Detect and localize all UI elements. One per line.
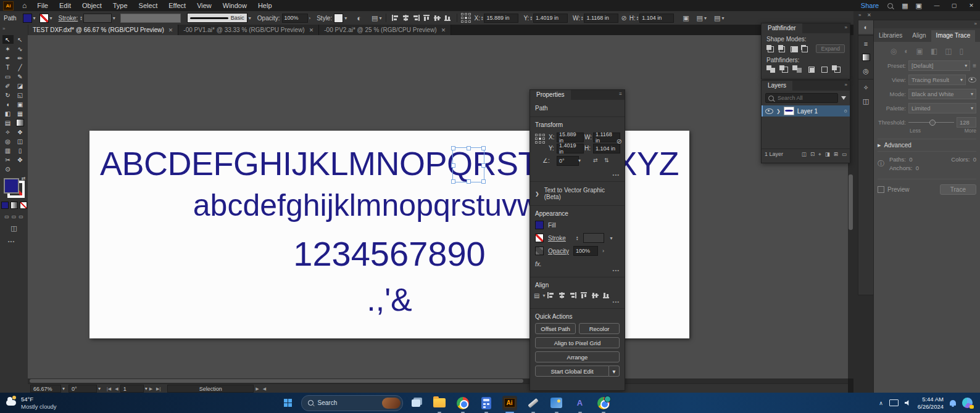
selection-handle[interactable] <box>451 163 455 168</box>
align-bottom-icon[interactable] <box>444 14 452 22</box>
scale-tool[interactable]: ◱ <box>15 91 26 99</box>
tab-pathfinder[interactable]: Pathfinder <box>762 23 802 33</box>
document-tab-1[interactable]: TEST DXF.dxf* @ 66.67 % (RGB/CPU Preview… <box>28 25 178 35</box>
menu-edit[interactable]: Edit <box>54 2 77 9</box>
rotate-tool[interactable]: ↻ <box>2 91 14 99</box>
symbols-panel-icon[interactable]: ◫ <box>858 94 873 108</box>
align-more-options[interactable]: ••• <box>530 299 625 305</box>
symbols-tool[interactable]: ◫ <box>15 137 26 145</box>
eraser-tool[interactable]: ◪ <box>15 81 26 90</box>
align-to-pixel-grid-button[interactable]: Align to Pixel Grid <box>535 337 620 348</box>
autocad-icon[interactable]: A <box>573 396 588 411</box>
clock-widget[interactable]: 5:44 AM 6/26/2024 <box>918 396 944 411</box>
align-left-icon[interactable] <box>391 14 399 22</box>
menu-effect[interactable]: Effect <box>163 2 191 9</box>
stroke-panel-link[interactable]: Stroke: <box>59 15 78 22</box>
shaper-tool[interactable]: ✐ <box>2 81 14 90</box>
align-h-center-icon[interactable] <box>402 14 410 22</box>
align-right-icon[interactable] <box>569 292 577 299</box>
curvature-tool[interactable]: ✏ <box>15 54 26 62</box>
divide-icon[interactable] <box>766 65 775 73</box>
effects-fx-button[interactable]: fx. <box>530 256 625 268</box>
draw-behind-icon[interactable]: ▭ <box>12 214 17 219</box>
selection-handle[interactable] <box>481 163 486 168</box>
free-transform-tool[interactable]: ▣ <box>15 100 26 108</box>
merge-icon[interactable] <box>792 65 801 73</box>
global-edit-options-icon[interactable]: ▾ <box>609 366 620 377</box>
layer-target-icon[interactable]: ○ <box>844 108 847 114</box>
trim-icon[interactable] <box>779 65 788 73</box>
transform-icon[interactable]: ▣ <box>683 14 689 22</box>
y-field[interactable]: 1.4019 in <box>533 14 568 23</box>
clipping-mask-icon[interactable]: ◫ <box>802 151 807 157</box>
selection-tool[interactable]: ↖ <box>2 35 14 44</box>
x-stepper[interactable]: ▴▾ <box>481 15 483 20</box>
shape-builder-tool[interactable]: ◧ <box>2 109 14 118</box>
none-mode-button[interactable] <box>20 202 27 209</box>
arrange-documents-icon[interactable]: ▣ <box>916 2 922 10</box>
appearance-more-options[interactable]: ••• <box>530 268 625 273</box>
document-tab-3[interactable]: -00 PV2.ai* @ 25 % (RGB/CPU Preview) ✕ <box>319 25 451 35</box>
filter-icon[interactable] <box>841 96 846 100</box>
weather-widget[interactable]: 54°F Mostly cloudy <box>6 396 57 411</box>
opacity-label[interactable]: Opacity: <box>257 15 280 22</box>
delete-layer-icon[interactable]: ▭ <box>842 151 847 157</box>
screen-mode-icon[interactable]: ◫ <box>0 224 28 232</box>
stroke-weight-field[interactable] <box>83 14 112 23</box>
menu-file[interactable]: File <box>31 2 54 9</box>
panel-menu-icon[interactable]: ≡ <box>619 91 622 97</box>
horizontal-scrollbar[interactable] <box>28 378 848 383</box>
transform-x-field[interactable]: 15.889 in <box>557 133 584 142</box>
menu-object[interactable]: Object <box>77 2 107 9</box>
minus-front-icon[interactable] <box>778 45 786 52</box>
chevron-down-icon[interactable]: ▾ <box>721 15 724 21</box>
h-stepper[interactable]: ▴▾ <box>637 15 639 20</box>
layer-visibility-icon[interactable] <box>765 108 773 114</box>
appearance-panel-icon[interactable]: ✧ <box>858 81 873 94</box>
tab-properties[interactable]: Properties <box>530 90 571 100</box>
layer-row[interactable]: ❯ Layer 1 ○ <box>762 105 850 117</box>
fill-color-indicator[interactable] <box>4 178 19 194</box>
artboard-tool[interactable]: ▯ <box>15 146 26 155</box>
expand-layer-icon[interactable]: ❯ <box>776 108 781 114</box>
selection-bounding-box[interactable] <box>452 147 484 182</box>
menu-help[interactable]: Help <box>252 2 278 9</box>
last-artboard-icon[interactable]: ▶| <box>156 386 160 391</box>
chrome-icon[interactable] <box>455 396 470 411</box>
artboard-number-field[interactable]: 1 <box>120 385 144 393</box>
mesh-tool[interactable]: ▤ <box>2 118 14 127</box>
chevron-down-icon[interactable]: ▾ <box>249 15 251 21</box>
chevron-down-icon[interactable]: ▾ <box>62 386 65 391</box>
previous-artboard-icon[interactable]: ◀ <box>115 386 118 391</box>
tab-layers[interactable]: Layers <box>762 81 792 91</box>
collapse-panel-icon[interactable]: » <box>845 82 847 88</box>
vertical-scrollbar-thumb[interactable] <box>849 174 853 230</box>
brush-definition[interactable]: Basic <box>187 13 247 23</box>
align-h-center-icon[interactable] <box>558 292 566 299</box>
opacity-field[interactable]: 100% <box>573 246 598 256</box>
recolor-artwork-icon[interactable]: ◐ <box>357 14 362 23</box>
align-v-center-icon[interactable] <box>433 14 441 22</box>
stroke-weight-field[interactable] <box>583 233 604 243</box>
collapse-dock-icon[interactable]: » <box>858 12 861 18</box>
blend-tool[interactable]: ❖ <box>15 128 26 136</box>
align-bottom-icon[interactable] <box>602 292 610 299</box>
align-top-icon[interactable] <box>423 14 431 22</box>
flip-vertical-icon[interactable]: ⇅ <box>604 157 609 163</box>
perspective-grid-tool[interactable]: ▦ <box>15 109 26 118</box>
collapse-panel-icon[interactable]: » <box>845 25 847 30</box>
constrain-proportions-icon[interactable]: ⊘ <box>621 14 626 22</box>
constrain-proportions-icon[interactable]: ⊘ <box>617 137 622 145</box>
chevron-down-icon[interactable]: ▾ <box>50 15 52 21</box>
reference-point-locator[interactable] <box>535 134 545 144</box>
opacity-swatch[interactable] <box>535 247 544 255</box>
stroke-weight-stepper[interactable]: ▴▾ <box>576 235 578 240</box>
illustrator-taskbar-icon[interactable]: Ai <box>502 396 517 411</box>
crop-icon[interactable] <box>806 65 815 73</box>
gradient-mode-button[interactable] <box>10 202 18 209</box>
horizontal-scrollbar-thumb[interactable] <box>30 379 523 383</box>
lasso-tool[interactable]: ∿ <box>15 44 26 53</box>
rotation-field[interactable]: 0° <box>69 385 97 393</box>
design-tool-icon[interactable] <box>526 396 541 411</box>
recolor-button[interactable]: Recolor <box>579 323 620 334</box>
